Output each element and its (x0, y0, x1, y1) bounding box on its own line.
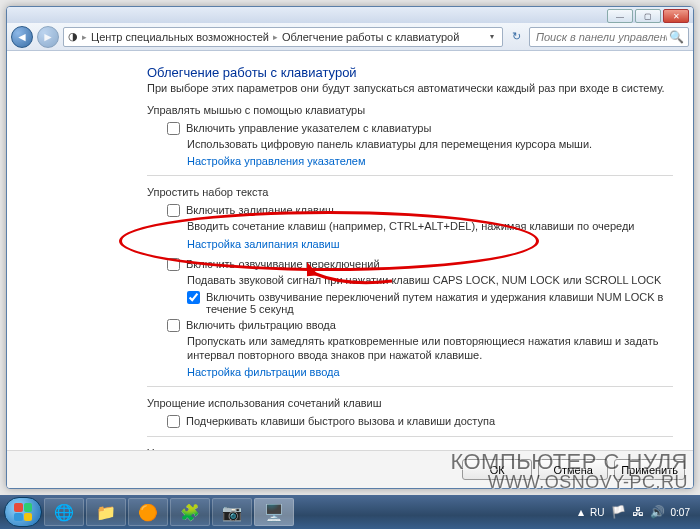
control-panel-window: — ▢ ✕ ◄ ► ◑ ▸ Центр специальных возможно… (6, 6, 694, 489)
dropdown-icon[interactable]: ▾ (486, 32, 498, 41)
separator (147, 386, 673, 387)
search-icon: 🔍 (669, 30, 684, 44)
taskbar: 🌐 📁 🟠 🧩 📷 🖥️ ▴ RU 🏳️ 🖧 🔊 0:07 (0, 495, 700, 529)
start-button[interactable] (4, 497, 42, 527)
checkbox-label: Включить фильтрацию ввода (186, 319, 336, 331)
chevron-right-icon: ▸ (82, 32, 87, 42)
navbar: ◄ ► ◑ ▸ Центр специальных возможностей ▸… (7, 23, 693, 51)
page-title: Облегчение работы с клавиатурой (147, 65, 673, 80)
tray-clock[interactable]: 0:07 (671, 507, 690, 518)
tray-expand-icon[interactable]: ▴ (578, 505, 584, 519)
checkbox-label: Включить озвучивание переключений (186, 258, 380, 270)
content-area: Облегчение работы с клавиатурой При выбо… (7, 51, 693, 450)
tray-volume-icon[interactable]: 🔊 (650, 505, 665, 519)
breadcrumb-current[interactable]: Облегчение работы с клавиатурой (282, 31, 459, 43)
checkbox-toggle-keys-numlock[interactable]: Включить озвучивание переключений путем … (187, 291, 673, 315)
windows-logo-icon (14, 503, 32, 521)
checkbox-input[interactable] (167, 204, 180, 217)
taskbar-app[interactable]: 🧩 (170, 498, 210, 526)
nav-forward-button[interactable]: ► (37, 26, 59, 48)
checkbox-input[interactable] (167, 122, 180, 135)
tray-network-icon[interactable]: 🖧 (632, 505, 644, 519)
checkbox-toggle-keys[interactable]: Включить озвучивание переключений (167, 258, 673, 271)
nav-back-button[interactable]: ◄ (11, 26, 33, 48)
system-tray: ▴ RU 🏳️ 🖧 🔊 0:07 (578, 505, 696, 519)
cancel-button[interactable]: Отмена (538, 459, 608, 480)
section-windows-head: Упрощенное управление окнами (147, 447, 673, 450)
checkbox-label: Включить озвучивание переключений путем … (206, 291, 673, 315)
search-box[interactable]: 🔍 (529, 27, 689, 47)
checkbox-label: Включить залипание клавиш (186, 204, 334, 216)
section-mouse-head: Управлять мышью с помощью клавиатуры (147, 104, 673, 116)
checkbox-input[interactable] (167, 258, 180, 271)
tray-flag-icon[interactable]: 🏳️ (611, 505, 626, 519)
checkbox-underline-shortcuts[interactable]: Подчеркивать клавиши быстрого вызова и к… (167, 415, 673, 428)
breadcrumb-parent[interactable]: Центр специальных возможностей (91, 31, 269, 43)
sticky-keys-desc: Вводить сочетание клавиш (например, CTRL… (187, 219, 673, 233)
taskbar-app-ie[interactable]: 🌐 (44, 498, 84, 526)
search-input[interactable] (534, 30, 669, 44)
link-sticky-keys-settings[interactable]: Настройка залипания клавиш (187, 238, 673, 250)
ease-of-access-icon: ◑ (68, 30, 78, 43)
tray-lang[interactable]: RU (590, 507, 604, 518)
checkbox-input[interactable] (167, 319, 180, 332)
taskbar-app-control-panel[interactable]: 🖥️ (254, 498, 294, 526)
taskbar-app-media[interactable]: 🟠 (128, 498, 168, 526)
separator (147, 175, 673, 176)
separator (147, 436, 673, 437)
titlebar: — ▢ ✕ (7, 7, 693, 23)
link-mouse-settings[interactable]: Настройка управления указателем (187, 155, 673, 167)
checkbox-sticky-keys[interactable]: Включить залипание клавиш (167, 204, 673, 217)
chevron-right-icon: ▸ (273, 32, 278, 42)
toggle-keys-desc: Подавать звуковой сигнал при нажатии кла… (187, 273, 673, 287)
breadcrumb[interactable]: ◑ ▸ Центр специальных возможностей ▸ Обл… (63, 27, 503, 47)
maximize-button[interactable]: ▢ (635, 9, 661, 23)
close-button[interactable]: ✕ (663, 9, 689, 23)
link-filter-keys-settings[interactable]: Настройка фильтрации ввода (187, 366, 673, 378)
checkbox-label: Включить управление указателем с клавиат… (186, 122, 431, 134)
taskbar-app[interactable]: 📷 (212, 498, 252, 526)
mouse-keys-desc: Использовать цифровую панель клавиатуры … (187, 137, 673, 151)
page-subtitle: При выборе этих параметров они будут зап… (147, 82, 673, 94)
apply-button[interactable]: Применить (614, 459, 685, 480)
taskbar-app-explorer[interactable]: 📁 (86, 498, 126, 526)
ok-button[interactable]: ОК (462, 459, 532, 480)
section-shortcuts-head: Упрощение использования сочетаний клавиш (147, 397, 673, 409)
filter-keys-desc: Пропускать или замедлять кратковременные… (187, 334, 673, 363)
checkbox-filter-keys[interactable]: Включить фильтрацию ввода (167, 319, 673, 332)
checkbox-mouse-keys[interactable]: Включить управление указателем с клавиат… (167, 122, 673, 135)
button-row: ОК Отмена Применить (7, 450, 693, 488)
minimize-button[interactable]: — (607, 9, 633, 23)
checkbox-input[interactable] (167, 415, 180, 428)
checkbox-label: Подчеркивать клавиши быстрого вызова и к… (186, 415, 495, 427)
checkbox-input[interactable] (187, 291, 200, 304)
refresh-button[interactable]: ↻ (507, 30, 525, 43)
section-typing-head: Упростить набор текста (147, 186, 673, 198)
